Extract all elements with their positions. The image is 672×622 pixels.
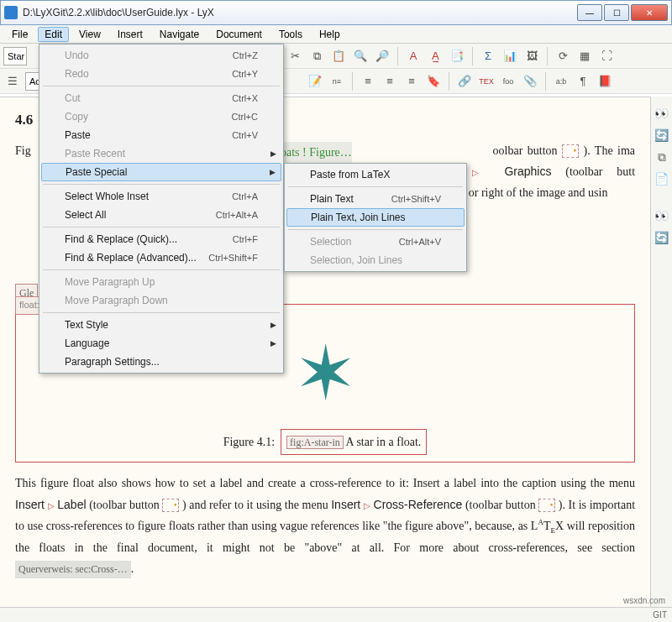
menu-edit[interactable]: Edit xyxy=(38,27,69,42)
submenu-selection-join[interactable]: Selection, Join Lines xyxy=(286,251,465,269)
bookmark-icon[interactable]: 🔖 xyxy=(424,72,443,91)
menu-select-whole-inset[interactable]: Select Whole InsetCtrl+A xyxy=(41,187,281,206)
window-buttons: — ☐ ✕ xyxy=(577,4,668,21)
zoom-icon[interactable]: 🔎 xyxy=(373,47,391,65)
menu-insert[interactable]: Insert xyxy=(111,27,150,42)
submenu-plain-text[interactable]: Plain TextCtrl+Shift+V xyxy=(286,190,465,208)
image-icon[interactable]: 🖼 xyxy=(522,47,541,65)
align-right-icon[interactable]: ≡ xyxy=(402,72,421,91)
edit-menu: UndoCtrl+Z RedoCtrl+Y CutCtrl+X CopyCtrl… xyxy=(39,44,284,374)
paragraph-style-combo[interactable]: Star xyxy=(3,47,27,65)
menu-move-para-up[interactable]: Move Paragraph Up xyxy=(41,273,281,291)
close-button[interactable]: ✕ xyxy=(631,4,668,21)
menu-find-advanced[interactable]: Find & Replace (Advanced)...Ctrl+Shift+F xyxy=(41,248,281,267)
cross-reference-inset[interactable]: Querverweis: sec:Cross-… xyxy=(15,561,131,579)
note2-icon[interactable]: n≡ xyxy=(328,72,346,91)
menu-paragraph-settings[interactable]: Paragraph Settings... xyxy=(41,353,281,371)
figure-caption-text: A star in a float. xyxy=(346,436,422,448)
tex-icon[interactable]: TEX xyxy=(477,72,496,91)
spellcheck2-icon[interactable]: A̲ xyxy=(426,47,444,65)
submenu-selection[interactable]: SelectionCtrl+Alt+V xyxy=(286,233,465,251)
figure-caption-label: fig:A-star-in xyxy=(286,436,344,449)
toolbar-float-icon xyxy=(562,144,579,158)
menu-cut[interactable]: CutCtrl+X xyxy=(41,89,281,107)
align-center-icon[interactable]: ≡ xyxy=(381,72,399,91)
bold-icon[interactable]: 📑 xyxy=(448,47,466,65)
reload-icon[interactable]: 🔄 xyxy=(654,127,670,144)
submenu-plain-text-join[interactable]: Plain Text, Join Lines xyxy=(286,208,465,227)
book-icon[interactable]: 📕 xyxy=(596,72,614,91)
grid-icon[interactable]: ▦ xyxy=(575,47,594,65)
menu-file[interactable]: File xyxy=(5,27,34,42)
find-icon[interactable]: 🔍 xyxy=(351,47,370,65)
menubar: File Edit View Insert Navigate Document … xyxy=(0,25,672,44)
toolbar-label-icon xyxy=(162,499,179,512)
paste-special-submenu: Paste from LaTeX Plain TextCtrl+Shift+V … xyxy=(284,163,467,272)
cut-icon[interactable]: ✂ xyxy=(286,47,304,65)
char-icon[interactable]: a:b xyxy=(552,72,570,91)
combo-value: Star xyxy=(8,51,24,61)
copy-side-icon[interactable]: ⧉ xyxy=(654,149,670,165)
menu-select-all[interactable]: Select AllCtrl+Alt+A xyxy=(41,206,281,224)
toolbar-crossref-icon xyxy=(538,499,555,512)
menu-paste[interactable]: PasteCtrl+V xyxy=(41,126,281,144)
menu-paste-recent[interactable]: Paste Recent▶ xyxy=(41,144,281,163)
menu-move-para-down[interactable]: Move Paragraph Down xyxy=(41,291,281,310)
foo-icon[interactable]: foo xyxy=(499,72,517,91)
status-bar: GIT xyxy=(0,607,672,622)
menu-tools[interactable]: Tools xyxy=(272,27,309,42)
vcs-status: GIT xyxy=(653,610,667,619)
figure-caption-number: Figure 4.1: xyxy=(223,436,275,448)
spellcheck-icon[interactable]: A xyxy=(404,47,423,65)
body-para-2: This figure float also shows how to set … xyxy=(15,473,635,579)
app-icon xyxy=(4,6,18,19)
figure-caption-box[interactable]: fig:A-star-in A star in a float. xyxy=(281,429,427,455)
maximize-button[interactable]: ☐ xyxy=(604,4,629,21)
math-icon[interactable]: Σ xyxy=(479,47,497,65)
menu-language[interactable]: Language▶ xyxy=(41,334,281,353)
menu-view[interactable]: View xyxy=(72,27,108,42)
menu-document[interactable]: Document xyxy=(209,27,269,42)
view-icon[interactable]: 👀 xyxy=(654,105,670,122)
menu-undo[interactable]: UndoCtrl+Z xyxy=(41,46,281,65)
menu-text-style[interactable]: Text Style▶ xyxy=(41,316,281,334)
note-icon[interactable]: 📝 xyxy=(306,72,324,91)
submenu-paste-latex[interactable]: Paste from LaTeX xyxy=(286,165,465,184)
right-sidebar: 👀 🔄 ⧉ 📄 👀 🔄 xyxy=(650,97,672,607)
window-title: D:\LyXGit\2.2.x\lib\doc\UserGuide.lyx - … xyxy=(23,7,577,18)
menu-help[interactable]: Help xyxy=(312,27,347,42)
pilcrow-icon[interactable]: ¶ xyxy=(574,72,592,91)
list-icon[interactable]: ☰ xyxy=(3,72,22,91)
index-tag[interactable]: oats ! Figure… xyxy=(281,142,352,163)
titlebar: D:\LyXGit\2.2.x\lib\doc\UserGuide.lyx - … xyxy=(0,0,672,25)
minimize-button[interactable]: — xyxy=(577,4,602,21)
view2-icon[interactable]: 👀 xyxy=(654,207,670,224)
star-graphic: ✶ xyxy=(294,337,357,412)
menu-redo[interactable]: RedoCtrl+Y xyxy=(41,65,281,83)
chart-icon[interactable]: 📊 xyxy=(501,47,519,65)
attach-icon[interactable]: 📎 xyxy=(521,72,539,91)
watermark: wsxdn.com xyxy=(623,596,665,605)
menu-copy[interactable]: CopyCtrl+C xyxy=(41,107,281,126)
link-icon[interactable]: 🔗 xyxy=(455,72,474,91)
refresh-icon[interactable]: ⟳ xyxy=(554,47,572,65)
menu-navigate[interactable]: Navigate xyxy=(153,27,206,42)
menu-find-quick[interactable]: Find & Replace (Quick)...Ctrl+F xyxy=(41,230,281,248)
align-left-icon[interactable]: ≡ xyxy=(359,72,377,91)
copy-icon[interactable]: ⧉ xyxy=(307,47,326,65)
doc-side-icon[interactable]: 📄 xyxy=(654,170,670,187)
reload2-icon[interactable]: 🔄 xyxy=(654,229,670,246)
menu-paste-special[interactable]: Paste Special▶ xyxy=(41,163,281,181)
paste-icon[interactable]: 📋 xyxy=(329,47,348,65)
fullscreen-icon[interactable]: ⛶ xyxy=(597,47,616,65)
